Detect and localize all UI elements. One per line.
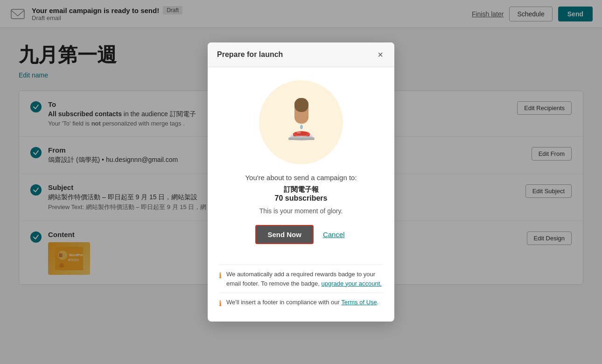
modal-audience: 訂閱電子報 — [223, 185, 379, 194]
modal-footer: ℹ We automatically add a required reward… — [208, 265, 394, 322]
launch-illustration — [268, 90, 334, 155]
modal-overlay: Prepare for launch × — [0, 0, 602, 364]
warning-icon-2: ℹ — [219, 298, 222, 309]
svg-rect-15 — [288, 138, 315, 140]
modal-warning-2: ℹ We'll insert a footer in compliance wi… — [219, 293, 383, 314]
modal-actions: Send Now Cancel — [223, 225, 379, 244]
send-now-button[interactable]: Send Now — [255, 225, 314, 244]
prepare-launch-modal: Prepare for launch × — [208, 42, 394, 322]
modal-subscribers: 70 subscribers — [223, 194, 379, 203]
modal-campaign-to: You're about to send a campaign to: — [223, 174, 379, 182]
modal-close-button[interactable]: × — [376, 50, 385, 59]
modal-title: Prepare for launch — [217, 50, 283, 59]
upgrade-link[interactable]: upgrade your account. — [322, 280, 382, 287]
modal-illustration — [259, 80, 343, 164]
modal-body: You're about to send a campaign to: 訂閱電子… — [208, 67, 394, 265]
modal-glory: This is your moment of glory. — [223, 207, 379, 215]
svg-point-16 — [296, 132, 301, 133]
warning-text-1: We automatically add a required rewards … — [226, 270, 383, 288]
warning-icon-1: ℹ — [219, 270, 222, 281]
svg-rect-8 — [294, 98, 308, 112]
terms-link[interactable]: Terms of Use — [341, 299, 377, 306]
svg-point-9 — [300, 125, 303, 129]
warning-text-2: We'll insert a footer in compliance with… — [226, 298, 378, 307]
cancel-modal-button[interactable]: Cancel — [321, 225, 347, 244]
modal-warning-1: ℹ We automatically add a required reward… — [219, 265, 383, 293]
modal-header: Prepare for launch × — [208, 42, 394, 67]
